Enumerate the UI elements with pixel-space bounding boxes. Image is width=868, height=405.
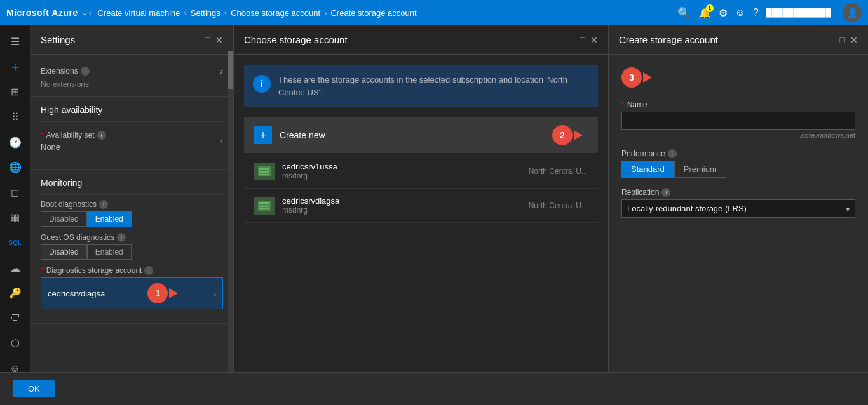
create-new-button[interactable]: + Create new 2 (244, 117, 598, 153)
svg-rect-3 (259, 174, 269, 175)
settings-scrollbar[interactable] (228, 51, 233, 405)
diagnostics-storage-link[interactable]: cedricsrvdiagsa 1 › (41, 277, 223, 309)
breadcrumb-item-2[interactable]: Settings (191, 8, 220, 18)
performance-field: Performance i Standard Premium (621, 149, 855, 178)
breadcrumb-item-1[interactable]: Create virtual machine (97, 8, 180, 18)
breadcrumb-sep-2: › (224, 8, 227, 18)
storage-account-location-2: North Central U... (529, 201, 588, 210)
replication-wrapper: Locally-redundant storage (LRS) Zone-red… (621, 199, 855, 218)
boot-diagnostics-label: Boot diagnostics i (41, 200, 223, 209)
notifications-icon[interactable]: 🔔 1 (698, 7, 711, 19)
feedback-icon[interactable]: ☺ (735, 7, 745, 18)
choose-storage-body: i These are the storage accounts in the … (234, 55, 608, 405)
storage-account-sub-1: msdnrg (282, 171, 529, 180)
app-services-icon[interactable]: ◻ (4, 182, 27, 204)
guest-os-enabled-btn[interactable]: Enabled (87, 244, 132, 260)
step1-arrow (169, 288, 178, 298)
storage-account-item-2[interactable]: cedricsrvdiagsa msdnrg North Central U..… (244, 189, 598, 223)
guest-os-info-icon[interactable]: i (117, 233, 126, 242)
create-storage-footer: OK (0, 372, 868, 405)
guest-os-field: Guest OS diagnostics i Disabled Enabled (41, 233, 223, 260)
app-logo[interactable]: Microsoft Azure (6, 8, 78, 18)
guest-os-toggle: Disabled Enabled (41, 244, 223, 260)
diagnostics-storage-chevron: › (214, 289, 216, 298)
all-resources-icon[interactable]: ⠿ (4, 106, 27, 129)
step3-container: 3 (621, 67, 855, 88)
create-storage-maximize[interactable]: □ (840, 35, 845, 45)
performance-standard-btn[interactable]: Standard (621, 161, 674, 178)
active-directory-icon[interactable]: 🛡 (4, 307, 27, 330)
monitoring-section: Monitoring Boot diagnostics i Disabled E… (31, 170, 233, 324)
replication-select[interactable]: Locally-redundant storage (LRS) Zone-red… (621, 199, 855, 218)
create-storage-minimize[interactable]: — (826, 35, 835, 45)
settings-icon[interactable]: ⚙ (719, 7, 728, 19)
breadcrumb-item-4[interactable]: Create storage account (330, 8, 416, 18)
settings-scrollbar-thumb (228, 51, 233, 89)
sidebar-icons: ☰ ＋ ⊞ ⠿ 🕐 🌐 ◻ ▦ SQL ☁ 🔑 🛡 ⬡ ☺ ⚠ (0, 25, 31, 405)
create-storage-close[interactable]: ✕ (850, 35, 858, 45)
extensions-info-icon[interactable]: i (81, 67, 90, 76)
storage-icon[interactable]: ▦ (4, 206, 27, 229)
boot-diagnostics-enabled-btn[interactable]: Enabled (87, 211, 132, 227)
choose-storage-panel: Choose storage account — □ ✕ i These are… (234, 25, 609, 405)
guest-os-label: Guest OS diagnostics i (41, 233, 223, 242)
availability-set-link[interactable]: * Availability set i None › (41, 127, 223, 156)
extensions-value: No extensions (41, 80, 223, 89)
avatar[interactable]: 👤 (843, 3, 862, 22)
availability-info-icon[interactable]: i (97, 131, 106, 140)
settings-panel-body: Extensions i › No extensions High availa… (31, 55, 233, 405)
choose-storage-minimize[interactable]: — (566, 35, 575, 45)
boot-diagnostics-disabled-btn[interactable]: Disabled (41, 211, 87, 227)
diagnostics-storage-info-icon[interactable]: i (144, 266, 153, 275)
search-icon[interactable]: 🔍 (677, 6, 691, 20)
marketplace-icon[interactable]: ⬡ (4, 332, 27, 355)
choose-storage-controls: — □ ✕ (566, 35, 598, 45)
svg-rect-1 (259, 168, 269, 170)
cloud-services-icon[interactable]: ☁ (4, 256, 27, 279)
minimize-button[interactable]: — (191, 35, 200, 45)
storage-account-sub-2: msdnrg (282, 206, 529, 215)
performance-premium-btn[interactable]: Premium (674, 161, 726, 178)
availability-set-label: * Availability set i (41, 131, 106, 140)
topbar-actions: 🔍 🔔 1 ⚙ ☺ ? ████████████ 👤 (677, 3, 862, 22)
name-input[interactable] (621, 112, 855, 130)
guest-os-disabled-btn[interactable]: Disabled (41, 244, 87, 260)
boot-diagnostics-info-icon[interactable]: i (99, 200, 108, 209)
extensions-label: Extensions i (41, 67, 90, 76)
monitoring-title: Monitoring (41, 178, 223, 188)
recent-icon[interactable]: 🕐 (4, 131, 27, 154)
sidebar-toggle-icon[interactable]: ‹ (89, 9, 92, 17)
storage-account-item-1[interactable]: cedricsrv1ussa msdnrg North Central U... (244, 154, 598, 189)
dashboard-icon[interactable]: ⊞ (4, 81, 27, 103)
diagnostics-storage-value: cedricsrvdiagsa (48, 289, 105, 298)
maximize-button[interactable]: □ (205, 35, 210, 45)
sql-icon[interactable]: SQL (4, 232, 27, 255)
topbar: Microsoft Azure ⌄ ‹ Create virtual machi… (0, 0, 868, 25)
breadcrumb-item-3[interactable]: Choose storage account (231, 8, 320, 18)
replication-info-icon[interactable]: i (661, 188, 670, 197)
choose-storage-close[interactable]: ✕ (590, 35, 598, 45)
collapse-icon[interactable]: ⌄ (82, 9, 88, 17)
svg-rect-7 (259, 208, 269, 209)
topbar-collapse-btns[interactable]: ⌄ ‹ (82, 9, 92, 17)
create-resource-icon[interactable]: ＋ (4, 56, 27, 79)
extensions-chevron[interactable]: › (220, 66, 223, 76)
app-name: Microsoft Azure (6, 8, 78, 18)
availability-chevron: › (220, 136, 223, 146)
name-required-mark: * (621, 100, 625, 109)
key-vault-icon[interactable]: 🔑 (4, 282, 27, 305)
performance-label: Performance i (621, 149, 855, 158)
choose-storage-maximize[interactable]: □ (580, 35, 585, 45)
menu-icon[interactable]: ☰ (4, 30, 27, 53)
settings-panel-title: Settings (41, 34, 75, 45)
create-storage-panel: Create storage account — □ ✕ 3 (609, 25, 868, 405)
name-label: * Name (621, 100, 855, 109)
globe-icon[interactable]: 🌐 (4, 156, 27, 179)
close-button[interactable]: ✕ (215, 35, 223, 45)
svg-rect-6 (259, 206, 269, 207)
help-icon[interactable]: ? (753, 7, 759, 18)
svg-rect-2 (259, 171, 269, 173)
create-storage-ok-button[interactable]: OK (13, 380, 55, 397)
settings-panel: Settings — □ ✕ Extensions i › (31, 25, 234, 405)
performance-info-icon[interactable]: i (668, 149, 677, 158)
